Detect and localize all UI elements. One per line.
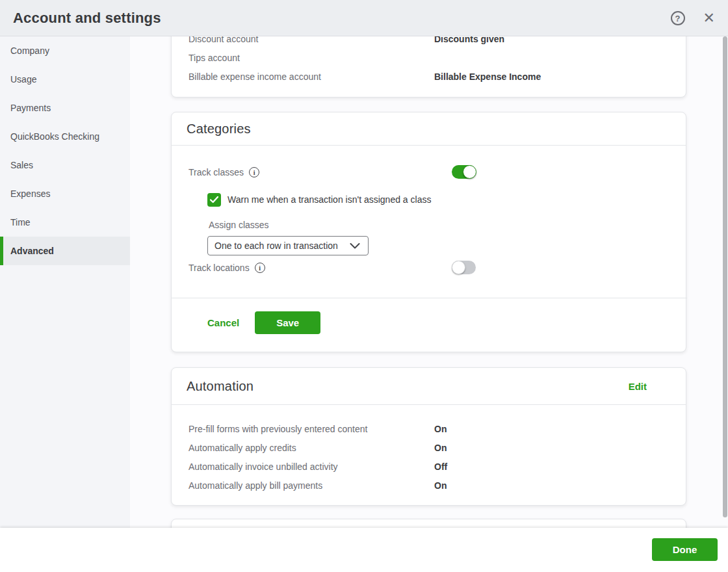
- table-row: Automatically apply bill payments On: [188, 476, 669, 495]
- sidebar-item-quickbooks-checking[interactable]: QuickBooks Checking: [0, 122, 130, 151]
- info-icon[interactable]: i: [255, 263, 265, 273]
- dialog-footer: Done: [0, 528, 728, 572]
- categories-card-header: Categories: [172, 112, 686, 146]
- next-section-card: [171, 519, 686, 528]
- settings-sidebar: Company Usage Payments QuickBooks Checki…: [0, 36, 130, 528]
- header-actions: ? ✕: [671, 0, 728, 36]
- dialog-header: Account and settings ? ✕: [0, 0, 728, 36]
- track-classes-label: Track classes: [188, 167, 244, 177]
- cancel-button[interactable]: Cancel: [207, 317, 239, 328]
- categories-body: Track classes i Warn me when a transacti…: [172, 165, 686, 334]
- table-row: Automatically invoice unbilled activity …: [188, 457, 669, 476]
- row-label: Tips account: [188, 53, 434, 63]
- account-settings-dialog: Account and settings ? ✕ Company Usage P…: [0, 0, 728, 572]
- bills-expenses-card: Discount account Discounts given Tips ac…: [171, 36, 686, 98]
- categories-card: Categories Track classes i: [171, 112, 686, 352]
- row-label: Automatically invoice unbilled activity: [188, 462, 434, 472]
- track-locations-toggle[interactable]: [452, 261, 476, 274]
- row-label: Automatically apply credits: [188, 443, 434, 453]
- table-row: Billable expense income account Billable…: [188, 67, 669, 86]
- row-value: On: [434, 443, 447, 453]
- row-value: Discounts given: [434, 36, 504, 44]
- row-label: Billable expense income account: [188, 72, 434, 82]
- categories-title: Categories: [187, 122, 251, 136]
- save-button[interactable]: Save: [255, 311, 320, 334]
- sidebar-item-advanced[interactable]: Advanced: [0, 237, 130, 265]
- row-label: Automatically apply bill payments: [188, 480, 434, 491]
- toggle-knob: [452, 261, 465, 274]
- track-classes-toggle[interactable]: [452, 165, 476, 179]
- table-row: Discount account Discounts given: [188, 36, 669, 48]
- vertical-scrollbar[interactable]: [723, 36, 727, 517]
- row-value: Off: [434, 462, 447, 472]
- sidebar-item-company[interactable]: Company: [0, 36, 130, 65]
- button-divider: [172, 298, 687, 298]
- warn-checkbox-row: Warn me when a transaction isn't assigne…: [188, 192, 686, 207]
- row-value: On: [434, 480, 447, 491]
- info-icon[interactable]: i: [249, 167, 259, 177]
- row-label: Pre-fill forms with previously entered c…: [188, 424, 434, 434]
- row-value: On: [434, 424, 447, 434]
- sidebar-item-usage[interactable]: Usage: [0, 65, 130, 94]
- page-title: Account and settings: [13, 10, 161, 27]
- table-row: Tips account: [188, 48, 669, 67]
- dropdown-selected-value: One to each row in transaction: [214, 240, 350, 251]
- sidebar-item-sales[interactable]: Sales: [0, 151, 130, 179]
- row-value: Billable Expense Income: [434, 72, 541, 82]
- warn-checkbox[interactable]: [207, 193, 221, 207]
- automation-title: Automation: [187, 379, 254, 394]
- toggle-knob: [463, 165, 476, 179]
- done-button[interactable]: Done: [652, 538, 718, 561]
- track-locations-row: Track locations i: [188, 261, 686, 275]
- track-locations-label: Track locations: [188, 263, 250, 273]
- edit-button[interactable]: Edit: [629, 381, 647, 392]
- help-icon[interactable]: ?: [671, 11, 685, 25]
- settings-content: Discount account Discounts given Tips ac…: [130, 36, 728, 528]
- assign-classes-row: Assign classes: [188, 218, 686, 231]
- categories-actions: Cancel Save: [207, 311, 686, 334]
- sidebar-item-time[interactable]: Time: [0, 208, 130, 237]
- automation-card: Automation Edit Pre-fill forms with prev…: [171, 367, 686, 506]
- check-icon: [210, 196, 218, 203]
- automation-card-header: Automation Edit: [172, 368, 686, 405]
- automation-body: Pre-fill forms with previously entered c…: [172, 405, 686, 495]
- sidebar-item-expenses[interactable]: Expenses: [0, 179, 130, 208]
- table-row: Pre-fill forms with previously entered c…: [188, 419, 669, 438]
- table-row: Automatically apply credits On: [188, 438, 669, 457]
- sidebar-item-payments[interactable]: Payments: [0, 94, 130, 122]
- row-label: Discount account: [188, 36, 434, 44]
- warn-checkbox-label: Warn me when a transaction isn't assigne…: [228, 194, 431, 205]
- track-classes-row: Track classes i: [188, 165, 686, 179]
- assign-classes-label: Assign classes: [209, 220, 269, 230]
- chevron-down-icon: [350, 243, 360, 249]
- close-icon[interactable]: ✕: [703, 11, 715, 25]
- assign-classes-dropdown[interactable]: One to each row in transaction: [207, 236, 369, 255]
